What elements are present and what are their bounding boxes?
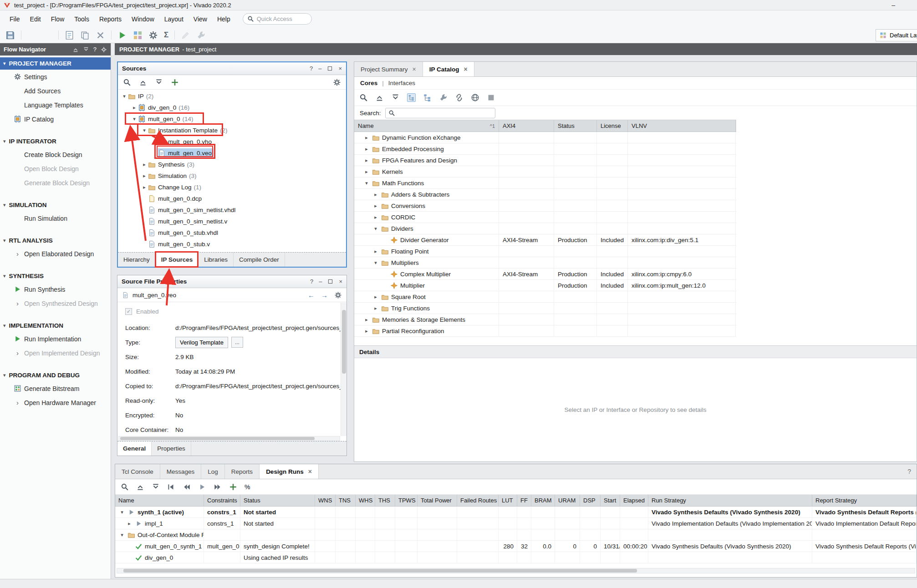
catalog-column-name[interactable]: Name^1 xyxy=(354,120,499,132)
runs-column-start[interactable]: Start xyxy=(601,495,620,506)
undo-icon[interactable] xyxy=(27,30,37,40)
collapse-all-icon[interactable] xyxy=(136,483,144,491)
percent-icon[interactable]: % xyxy=(245,483,250,491)
sources-tree-item-mult-gen-0-stub-vhdl[interactable]: mult_gen_0_stub.vhdl xyxy=(118,227,346,238)
catalog-row-multiplier[interactable]: MultiplierProductionIncludedxilinx.com:i… xyxy=(354,280,736,291)
runs-column-wns[interactable]: WNS xyxy=(315,495,336,506)
catalog-row-cordic[interactable]: ▸CORDIC xyxy=(354,212,736,223)
expand-all-icon[interactable] xyxy=(391,93,400,102)
save-icon[interactable] xyxy=(5,30,15,40)
run-row-mult-gen-0-synth-1[interactable]: mult_gen_0_synth_1mult_gen_0synth_design… xyxy=(115,541,917,552)
chevron-right-icon[interactable]: ▸ xyxy=(363,157,370,163)
sources-tree-item-synthesis[interactable]: ▸Synthesis(3) xyxy=(118,159,346,170)
flownav-item-create-block-design[interactable]: Create Block Design xyxy=(0,147,111,162)
chevron-right-icon[interactable]: ▸ xyxy=(372,192,379,198)
help-icon[interactable]: ? xyxy=(310,65,313,72)
run-row-out-of-context-module-runs[interactable]: ▾Out-of-Context Module Runs xyxy=(115,529,917,541)
menu-tools[interactable]: Tools xyxy=(69,12,94,26)
group-by-category-icon[interactable] xyxy=(407,93,416,102)
help-icon[interactable]: ? xyxy=(310,278,313,285)
runs-column-dsp[interactable]: DSP xyxy=(580,495,601,506)
type-browse-button[interactable]: ... xyxy=(231,337,243,348)
vertical-scrollbar[interactable] xyxy=(341,303,346,436)
tab-messages[interactable]: Messages xyxy=(160,464,202,479)
catalog-column-vlnv[interactable]: VLNV xyxy=(628,120,736,132)
chevron-right-icon[interactable]: ▸ xyxy=(363,317,370,323)
catalog-row-memories-storage-elements[interactable]: ▸Memories & Storage Elements xyxy=(354,314,736,325)
runs-column-elapsed[interactable]: Elapsed xyxy=(620,495,648,506)
close-tab-icon[interactable]: × xyxy=(413,66,416,73)
tab-reports[interactable]: Reports xyxy=(225,464,260,479)
flownav-section-ip-integrator[interactable]: ▾IP INTEGRATOR xyxy=(0,135,111,147)
report-icon[interactable] xyxy=(65,30,74,40)
close-icon[interactable]: × xyxy=(338,65,342,72)
collapse-all-icon[interactable] xyxy=(375,93,384,102)
catalog-row-dividers[interactable]: ▾Dividers xyxy=(354,223,736,234)
catalog-row-kernels[interactable]: ▸Kernels xyxy=(354,166,736,177)
step-back-icon[interactable] xyxy=(183,483,191,491)
catalog-row-adders-subtracters[interactable]: ▸Adders & Subtracters xyxy=(354,189,736,200)
runs-column-run-strategy[interactable]: Run Strategy xyxy=(648,495,812,506)
edit-icon[interactable] xyxy=(181,30,190,40)
sources-tree-item-mult-gen-0[interactable]: ▾mult_gen_0(14) xyxy=(118,113,346,125)
tab-ip-catalog[interactable]: IP Catalog× xyxy=(423,62,474,76)
sources-tree-item-change-log[interactable]: ▸Change Log(1) xyxy=(118,182,346,193)
probe-icon[interactable] xyxy=(196,30,206,40)
tab-design-runs[interactable]: Design Runs× xyxy=(260,464,319,479)
help-icon[interactable]: ? xyxy=(93,46,97,53)
forward-icon[interactable]: → xyxy=(321,291,328,299)
runs-column-uram[interactable]: URAM xyxy=(555,495,580,506)
float-icon[interactable] xyxy=(327,279,333,284)
chevron-down-icon[interactable]: ▾ xyxy=(372,226,379,232)
runs-column-name[interactable]: Name xyxy=(115,495,204,506)
chevron-right-icon[interactable]: ▸ xyxy=(141,184,148,190)
layout-blocks-icon[interactable] xyxy=(133,30,143,40)
catalog-column-axi4[interactable]: AXI4 xyxy=(499,120,554,132)
subnav-interfaces[interactable]: Interfaces xyxy=(388,80,415,86)
sources-tree-item-mult-gen-0-veo[interactable]: mult_gen_0.veo xyxy=(118,147,346,159)
flownav-item-open-implemented-design[interactable]: ›Open Implemented Design xyxy=(0,346,111,360)
menu-layout[interactable]: Layout xyxy=(159,12,188,26)
menu-edit[interactable]: Edit xyxy=(25,12,46,26)
chevron-down-icon[interactable]: ▾ xyxy=(119,532,125,538)
float-icon[interactable] xyxy=(327,66,333,71)
search-icon[interactable] xyxy=(359,93,368,102)
sources-tree-item-mult-gen-0-sim-netlist-v[interactable]: mult_gen_0_sim_netlist.v xyxy=(118,216,346,227)
flownav-item-open-elaborated-design[interactable]: ›Open Elaborated Design xyxy=(0,247,111,261)
expand-all-icon[interactable] xyxy=(152,483,160,491)
search-icon[interactable] xyxy=(123,78,131,86)
expand-all-icon[interactable] xyxy=(155,78,163,86)
runs-column-tpws[interactable]: TPWS xyxy=(395,495,418,506)
chevron-right-icon[interactable]: ▸ xyxy=(372,305,379,311)
sources-tab-libraries[interactable]: Libraries xyxy=(199,253,234,267)
flownav-item-run-synthesis[interactable]: Run Synthesis xyxy=(0,282,111,296)
flownav-item-add-sources[interactable]: Add Sources xyxy=(0,84,111,98)
sources-tree-item-mult-gen-0-vho[interactable]: mult_gen_0.vho xyxy=(118,136,346,147)
catalog-row-floating-point[interactable]: ▸Floating Point xyxy=(354,246,736,257)
tab-tcl-console[interactable]: Tcl Console xyxy=(115,464,160,479)
catalog-search-input[interactable] xyxy=(385,108,495,118)
collapse-all-icon[interactable] xyxy=(139,78,147,86)
stop-icon[interactable] xyxy=(487,93,495,102)
flownav-section-rtl-analysis[interactable]: ▾RTL ANALYSIS xyxy=(0,234,111,247)
close-tab-icon[interactable]: × xyxy=(464,66,468,73)
runs-column-failed-routes[interactable]: Failed Routes xyxy=(457,495,499,506)
runs-column-whs[interactable]: WHS xyxy=(356,495,375,506)
go-to-start-icon[interactable] xyxy=(167,483,175,491)
runs-column-lut[interactable]: LUT xyxy=(499,495,517,506)
flownav-item-generate-block-design[interactable]: Generate Block Design xyxy=(0,176,111,190)
back-icon[interactable]: ← xyxy=(308,291,315,299)
chevron-right-icon[interactable]: ▸ xyxy=(372,203,379,209)
chevron-down-icon[interactable]: ▾ xyxy=(131,116,138,122)
flownav-item-language-templates[interactable]: Language Templates xyxy=(0,98,111,112)
sources-tree-item-mult-gen-0-stub-v[interactable]: mult_gen_0_stub.v xyxy=(118,238,346,250)
catalog-row-fpga-features-and-design[interactable]: ▸FPGA Features and Design xyxy=(354,155,736,166)
chevron-down-icon[interactable]: ▾ xyxy=(372,260,379,266)
sources-tree-item-simulation[interactable]: ▸Simulation(3) xyxy=(118,170,346,182)
search-icon[interactable] xyxy=(121,483,129,491)
properties-tab-general[interactable]: General xyxy=(117,441,152,456)
runs-column-total-power[interactable]: Total Power xyxy=(418,495,457,506)
link-icon[interactable] xyxy=(455,93,464,102)
minimize-button[interactable]: – xyxy=(892,1,895,9)
settings-gear-icon[interactable] xyxy=(333,78,341,86)
